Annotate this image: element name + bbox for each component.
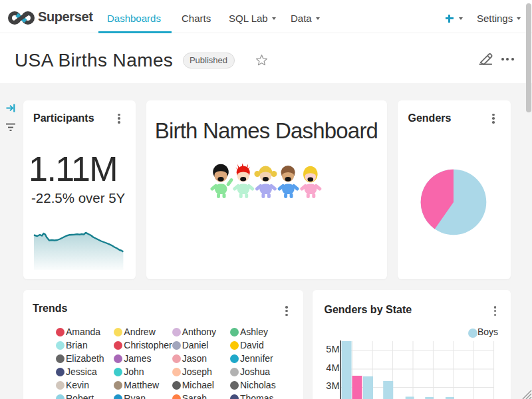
svg-text:3M: 3M bbox=[326, 380, 339, 391]
svg-text:4M: 4M bbox=[326, 362, 339, 373]
svg-text:5M: 5M bbox=[326, 344, 339, 354]
